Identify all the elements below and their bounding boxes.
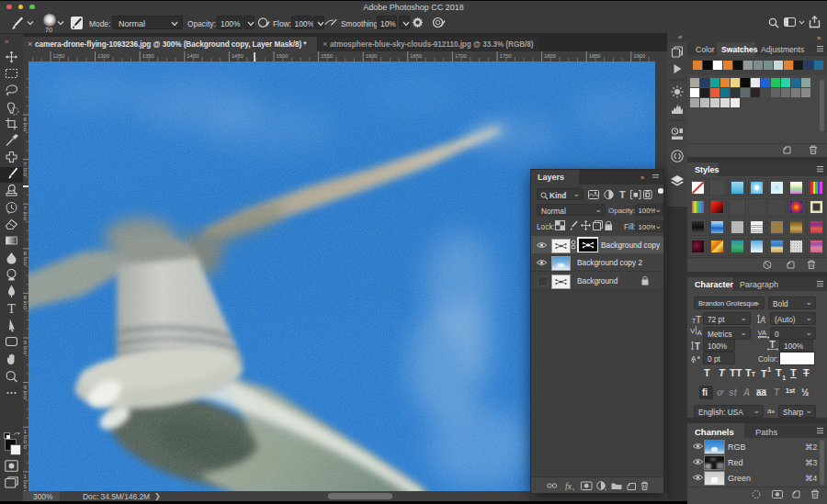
svg-text:1900: 1900 bbox=[633, 53, 645, 59]
svg-text:a: a bbox=[697, 354, 701, 360]
svg-text:T: T bbox=[695, 342, 700, 352]
svg-text:V: V bbox=[690, 327, 696, 335]
svg-text:VA: VA bbox=[758, 329, 766, 337]
svg-text:1500: 1500 bbox=[277, 53, 289, 59]
svg-text:1600: 1600 bbox=[366, 53, 378, 59]
svg-text:1700: 1700 bbox=[455, 53, 467, 59]
svg-text:1250: 1250 bbox=[53, 53, 65, 59]
svg-text:fx: fx bbox=[565, 482, 572, 491]
svg-text:T: T bbox=[7, 302, 16, 316]
svg-text:A: A bbox=[691, 354, 697, 363]
svg-text:T: T bbox=[770, 340, 776, 350]
svg-text:1750: 1750 bbox=[500, 53, 512, 59]
svg-text:1850: 1850 bbox=[589, 53, 601, 59]
svg-text:1550: 1550 bbox=[321, 53, 333, 59]
svg-text:T: T bbox=[619, 189, 626, 200]
svg-text:A: A bbox=[762, 315, 765, 320]
svg-text:1350: 1350 bbox=[142, 53, 154, 59]
svg-text:1300: 1300 bbox=[97, 53, 109, 59]
svg-text:1450: 1450 bbox=[232, 53, 244, 59]
svg-text:1400: 1400 bbox=[187, 53, 198, 59]
svg-text:A: A bbox=[697, 329, 703, 337]
svg-text:1800: 1800 bbox=[544, 53, 556, 59]
svg-text:1650: 1650 bbox=[410, 53, 422, 59]
